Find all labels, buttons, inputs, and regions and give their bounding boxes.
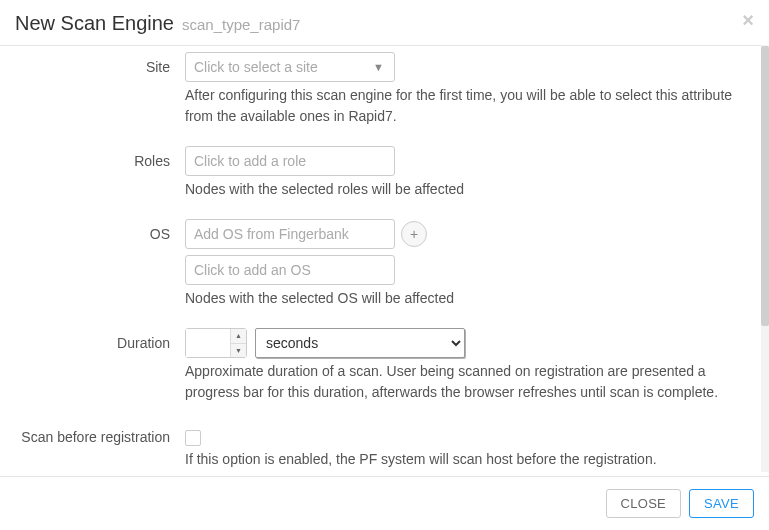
scan-before-checkbox[interactable] bbox=[185, 430, 201, 446]
spin-down-icon[interactable]: ▼ bbox=[231, 344, 246, 358]
scrollbar-thumb[interactable] bbox=[761, 46, 769, 326]
os-fingerbank-input[interactable] bbox=[185, 219, 395, 249]
close-button[interactable]: CLOSE bbox=[606, 489, 682, 518]
label-os: OS bbox=[10, 219, 185, 242]
modal-body: Site Click to select a site ▼ After conf… bbox=[0, 46, 769, 474]
os-manual-input[interactable] bbox=[185, 255, 395, 285]
spin-up-icon[interactable]: ▲ bbox=[231, 329, 246, 344]
duration-value[interactable] bbox=[186, 329, 230, 357]
row-duration: Duration ▲ ▼ seconds Approximate duratio… bbox=[10, 328, 759, 403]
row-site: Site Click to select a site ▼ After conf… bbox=[10, 52, 759, 127]
label-site: Site bbox=[10, 52, 185, 75]
duration-stepper[interactable]: ▲ ▼ bbox=[185, 328, 247, 358]
modal-subtitle: scan_type_rapid7 bbox=[182, 16, 300, 33]
row-os: OS + Nodes with the selected OS will be … bbox=[10, 219, 759, 309]
help-scan-before: If this option is enabled, the PF system… bbox=[185, 449, 749, 470]
chevron-down-icon: ▼ bbox=[373, 61, 384, 73]
save-button[interactable]: SAVE bbox=[689, 489, 754, 518]
close-icon[interactable]: × bbox=[742, 10, 754, 30]
add-os-button[interactable]: + bbox=[401, 221, 427, 247]
row-scan-before: Scan before registration If this option … bbox=[10, 422, 759, 470]
label-roles: Roles bbox=[10, 146, 185, 169]
label-duration: Duration bbox=[10, 328, 185, 351]
plus-icon: + bbox=[410, 226, 418, 242]
modal-footer: CLOSE SAVE bbox=[0, 476, 769, 530]
site-placeholder: Click to select a site bbox=[194, 59, 318, 75]
modal-header: New Scan Engine scan_type_rapid7 × bbox=[0, 0, 769, 46]
site-select[interactable]: Click to select a site ▼ bbox=[185, 52, 395, 82]
label-scan-before: Scan before registration bbox=[10, 422, 185, 445]
help-os: Nodes with the selected OS will be affec… bbox=[185, 288, 749, 309]
help-duration: Approximate duration of a scan. User bei… bbox=[185, 361, 749, 403]
help-roles: Nodes with the selected roles will be af… bbox=[185, 179, 749, 200]
roles-input[interactable] bbox=[185, 146, 395, 176]
duration-unit-select[interactable]: seconds bbox=[255, 328, 465, 358]
row-roles: Roles Nodes with the selected roles will… bbox=[10, 146, 759, 200]
scrollbar-track[interactable] bbox=[761, 45, 769, 472]
help-site: After configuring this scan engine for t… bbox=[185, 85, 749, 127]
modal-title: New Scan Engine bbox=[15, 12, 174, 35]
